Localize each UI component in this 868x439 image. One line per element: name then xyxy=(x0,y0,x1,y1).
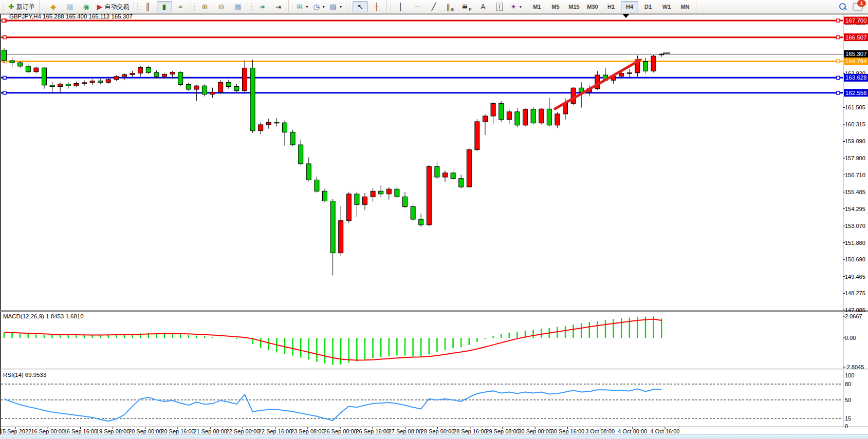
candlestick-chart-button[interactable]: ▮ xyxy=(157,1,172,12)
line-handle[interactable] xyxy=(3,76,6,79)
auto-trading-icon: ▶ xyxy=(97,3,103,10)
candle xyxy=(355,194,359,205)
timeframe-mn[interactable]: MN xyxy=(676,1,694,12)
text-label-button[interactable]: T xyxy=(492,1,507,12)
candle xyxy=(403,197,408,206)
horizontal-line-icon: ─ xyxy=(415,3,420,10)
chevron-down-icon[interactable]: ▾ xyxy=(306,5,308,9)
community-icon: ◉ xyxy=(83,3,89,10)
timeframe-m5[interactable]: M5 xyxy=(547,1,564,12)
tile-windows-button[interactable]: ▦ xyxy=(230,1,246,12)
chevron-down-icon[interactable]: ▾ xyxy=(340,5,342,9)
indicators-button[interactable]: ⊞▾ xyxy=(295,1,310,12)
candle xyxy=(250,68,255,130)
periods-button[interactable]: ◷▾ xyxy=(311,1,327,12)
toolbar-group: ║▮≈ xyxy=(134,0,191,13)
vertical-line-button[interactable]: │ xyxy=(393,1,409,12)
timeframe-d1[interactable]: D1 xyxy=(639,1,657,12)
time-label: 20 Sep 16:00 xyxy=(161,428,194,434)
time-label: 3 Oct 08:00 xyxy=(585,428,615,434)
rsi-label: RSI(14) 69.9533 xyxy=(3,372,46,378)
timeframe-h1[interactable]: H1 xyxy=(602,1,620,12)
top-marker-icon xyxy=(623,14,629,18)
auto-scroll-button[interactable]: ↠ xyxy=(254,1,270,12)
text-label-icon: T xyxy=(496,3,503,11)
bar-chart-button[interactable]: ║ xyxy=(140,1,156,12)
new-order-button-label: 新订单 xyxy=(16,3,35,11)
navigator-button[interactable]: ▥ xyxy=(62,1,78,12)
time-label: 29 Sep 08:00 xyxy=(486,428,519,434)
candle xyxy=(435,166,439,177)
candle xyxy=(627,73,632,74)
templates-button[interactable]: ▧▾ xyxy=(328,1,344,12)
equidistant-channel-button[interactable]: ∥E xyxy=(442,1,458,12)
candle xyxy=(523,109,528,125)
horizontal-line-button[interactable]: ─ xyxy=(410,1,425,12)
rsi-level-label: 50 xyxy=(845,397,851,403)
candle xyxy=(178,72,183,85)
candle xyxy=(459,179,464,187)
candle xyxy=(643,62,648,71)
crosshair-button[interactable]: ┼ xyxy=(369,1,384,12)
candle xyxy=(26,66,30,72)
line-handle[interactable] xyxy=(837,19,840,22)
timeframe-m30[interactable]: M30 xyxy=(584,1,601,12)
candle xyxy=(274,122,279,123)
auto-trading-button[interactable]: ▶自动交易 xyxy=(95,1,132,12)
macd-label: MACD(12,26,9) 1.8453 1.6810 xyxy=(3,313,84,319)
line-handle[interactable] xyxy=(2,19,5,22)
timeframe-m1[interactable]: M1 xyxy=(528,1,546,12)
notifications-icon[interactable]: 1 xyxy=(853,3,863,11)
price-tick-label: 147.085 xyxy=(845,307,865,313)
candle xyxy=(419,219,423,225)
candle xyxy=(290,132,295,145)
candle xyxy=(475,122,479,150)
market-watch-button[interactable]: ◆ xyxy=(46,1,61,12)
grip-handle xyxy=(137,3,139,11)
macd-tick-label: -2.8045 xyxy=(845,364,864,370)
trend-arrow[interactable] xyxy=(554,61,638,109)
chart-symbol-title: GBPJPY,H4 165.288 165.400 165.113 165.30… xyxy=(9,14,133,20)
zoom-in-button[interactable]: ⊕ xyxy=(197,1,213,12)
candle xyxy=(371,191,375,197)
candle xyxy=(194,86,199,89)
timeframe-h4[interactable]: H4 xyxy=(621,1,638,12)
navigator-icon: ▥ xyxy=(66,3,73,10)
chart-shift-button[interactable]: ⇥ xyxy=(271,1,286,12)
chart-canvas: 167.525163.920161.505160.315159.090157.9… xyxy=(0,14,868,434)
new-order-icon: ✚ xyxy=(8,3,14,10)
timeframe-w1[interactable]: W1 xyxy=(658,1,675,12)
line-handle[interactable] xyxy=(837,36,840,39)
line-chart-button[interactable]: ≈ xyxy=(173,1,189,12)
line-handle[interactable] xyxy=(3,36,6,39)
candle xyxy=(122,74,127,77)
chevron-down-icon[interactable]: ▾ xyxy=(323,5,325,9)
line-handle[interactable] xyxy=(837,76,840,79)
line-handle[interactable] xyxy=(837,91,840,94)
community-button[interactable]: ◉ xyxy=(79,1,94,12)
candle xyxy=(339,221,343,253)
timeframe-m15[interactable]: M15 xyxy=(565,1,583,12)
cursor-button[interactable]: ↖ xyxy=(353,1,368,12)
text-button[interactable]: A xyxy=(475,1,491,12)
status-bar xyxy=(0,434,868,439)
toolbar-group: ⊞▾◷▾▧▾ xyxy=(289,0,346,13)
search-icon[interactable] xyxy=(839,3,846,10)
chevron-down-icon[interactable]: ▾ xyxy=(520,5,522,9)
zoom-out-button[interactable]: ⊖ xyxy=(214,1,229,12)
crosshair-icon: ┼ xyxy=(374,3,379,10)
line-handle[interactable] xyxy=(837,60,840,63)
arrows-button[interactable]: ✦▾ xyxy=(508,1,524,12)
sub-letter: E xyxy=(451,7,454,12)
line-handle[interactable] xyxy=(3,91,6,94)
bar-chart-icon: ║ xyxy=(145,3,151,10)
price-tick-label: 155.485 xyxy=(845,189,865,195)
toolbar: ✚新订单◆▥◉▶自动交易║▮≈⊕⊖▦↠⇥⊞▾◷▾▧▾↖┼│─╱∥E≣FAT✦▾M… xyxy=(0,0,868,14)
candle xyxy=(138,68,143,73)
candle xyxy=(306,164,311,180)
time-label: 27 Sep 08:00 xyxy=(389,428,422,434)
trendline-button[interactable]: ╱ xyxy=(426,1,441,12)
periods-icon: ◷ xyxy=(313,3,320,10)
new-order-button[interactable]: ✚新订单 xyxy=(6,1,37,12)
fibonacci-button[interactable]: ≣F xyxy=(459,1,474,12)
